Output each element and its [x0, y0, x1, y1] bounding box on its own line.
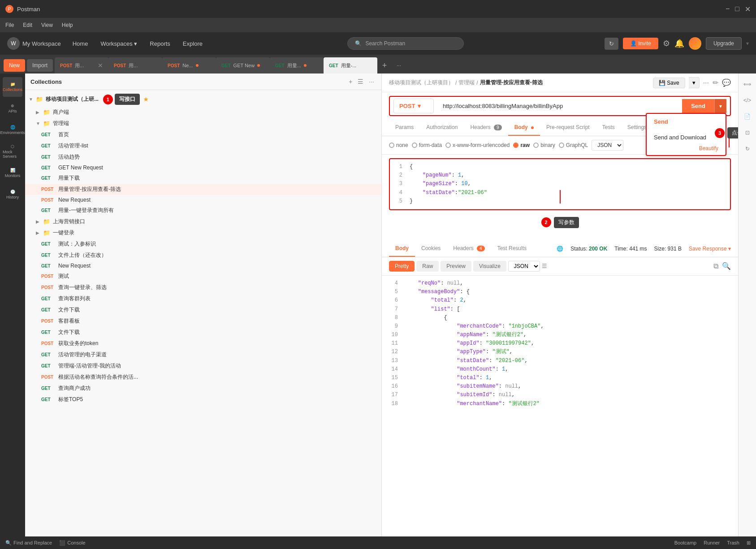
format-raw[interactable]: Raw	[416, 261, 439, 272]
nav-explore[interactable]: Explore	[178, 38, 207, 50]
sidebar-icon-collections[interactable]: 📁 Collections	[3, 77, 22, 97]
search-response-button[interactable]: 🔍	[722, 262, 731, 270]
item-get-new-request[interactable]: GET GET New Request	[25, 163, 381, 173]
tab-post-1[interactable]: POST 用... ✕	[55, 57, 108, 73]
tab-add-button[interactable]: +	[377, 57, 392, 73]
item-get-client-list[interactable]: GET 查询客群列表	[25, 293, 381, 304]
right-icon-refresh[interactable]: ↻	[740, 142, 755, 156]
tab-prerequest[interactable]: Pre-request Script	[540, 120, 596, 136]
send-and-download-option[interactable]: Send and Download	[647, 130, 726, 145]
item-get-file-download[interactable]: GET 文件下载	[25, 304, 381, 316]
item-get-activity-channel[interactable]: GET 活动管理的电子渠道	[25, 349, 381, 360]
close-button[interactable]: ✕	[745, 5, 751, 13]
invite-button[interactable]: 👤 Invite	[623, 38, 658, 49]
send-dropdown-arrow[interactable]: ▾	[714, 99, 726, 113]
menu-file[interactable]: File	[5, 22, 14, 28]
collection-root[interactable]: ▼ 📁 移动项目测试（上研... 1 写接口 ★	[25, 92, 381, 107]
method-select[interactable]: POST ▾	[393, 99, 434, 113]
statusbar-bootcamp[interactable]: Bootcamp	[674, 540, 697, 546]
save-button[interactable]: 💾 Save	[653, 78, 685, 88]
tab-body[interactable]: Body	[508, 120, 540, 136]
option-form-data[interactable]: form-data	[412, 142, 442, 148]
right-icon-expand[interactable]: ⟺	[740, 77, 755, 91]
option-binary[interactable]: binary	[533, 142, 555, 148]
statusbar-grid[interactable]: ⊞	[747, 540, 751, 546]
import-button[interactable]: Import	[27, 59, 53, 72]
item-get-query-merchant[interactable]: GET 查询商户成功	[25, 383, 381, 394]
item-get-manage-activity[interactable]: GET 管理端-活动管理-我的活动	[25, 360, 381, 372]
item-get-usage-download[interactable]: GET 用量下载	[25, 173, 381, 184]
item-get-homepage[interactable]: GET 首页	[25, 129, 381, 140]
tab-close-1[interactable]: ✕	[98, 62, 103, 69]
folder-one-click[interactable]: ▶ 📁 一键登录	[25, 227, 381, 238]
item-post-client-board[interactable]: POST 客群看板	[25, 316, 381, 327]
resp-tab-test-results[interactable]: Test Results	[491, 241, 533, 257]
sidebar-icon-history[interactable]: 🕐 History	[3, 185, 22, 204]
item-get-activity-trend[interactable]: GET 活动趋势	[25, 151, 381, 163]
tab-get-new[interactable]: GET GET New	[216, 57, 270, 73]
user-profile-avatar[interactable]	[689, 37, 701, 50]
tab-headers[interactable]: Headers 9	[464, 120, 508, 136]
nav-reports[interactable]: Reports	[145, 38, 175, 50]
statusbar-trash[interactable]: Trash	[727, 540, 739, 546]
edit-button[interactable]: ✏	[713, 78, 718, 87]
tab-more-button[interactable]: ···	[392, 57, 406, 73]
more-button[interactable]: ···	[367, 77, 376, 86]
resp-tab-cookies[interactable]: Cookies	[415, 241, 447, 257]
right-icon-docs[interactable]: 📄	[740, 109, 755, 124]
right-icon-api[interactable]: ⊡	[740, 125, 755, 140]
add-collection-button[interactable]: +	[347, 77, 354, 86]
search-bar[interactable]: 🔍 Search Postman	[347, 37, 464, 50]
notifications-button[interactable]: 🔔	[674, 39, 684, 48]
item-get-file-download-2[interactable]: GET 文件下载	[25, 327, 381, 338]
comment-button[interactable]: 💬	[722, 78, 731, 87]
tab-authorization[interactable]: Authorization	[420, 120, 464, 136]
url-input[interactable]	[437, 99, 678, 113]
item-post-query-activity[interactable]: POST 根据活动名称查询符合条件的活...	[25, 372, 381, 383]
item-post-query-login[interactable]: POST 查询一键登录、筛选	[25, 282, 381, 293]
item-post-get-token[interactable]: POST 获取业务的token	[25, 338, 381, 349]
sidebar-icon-mock[interactable]: ⬡ Mock Servers	[3, 142, 22, 161]
resp-tab-body[interactable]: Body	[389, 241, 415, 257]
folder-guan-li-duan[interactable]: ▼ 📁 管理端	[25, 118, 381, 129]
nav-home[interactable]: Home	[68, 38, 93, 50]
body-format-select[interactable]: JSON Text XML	[592, 140, 623, 151]
copy-response-button[interactable]: ⧉	[713, 262, 718, 270]
option-raw[interactable]: raw	[513, 142, 530, 148]
tab-get-usage[interactable]: GET 用量...	[270, 57, 324, 73]
tab-params[interactable]: Params	[389, 120, 420, 136]
resp-tab-headers[interactable]: Headers 4	[447, 241, 491, 257]
settings-button[interactable]: ⚙	[663, 39, 670, 48]
filter-button[interactable]: ☰	[356, 77, 365, 86]
option-none[interactable]: none	[389, 142, 408, 148]
new-button[interactable]: New	[4, 59, 25, 72]
option-urlencoded[interactable]: x-www-form-urlencoded	[445, 142, 510, 148]
save-response-button[interactable]: Save Response ▾	[689, 246, 731, 252]
right-icon-code[interactable]: </>	[740, 93, 755, 108]
minimize-button[interactable]: −	[726, 5, 730, 13]
item-get-file-upload[interactable]: GET 文件上传（还在改）	[25, 250, 381, 261]
statusbar-find-replace[interactable]: 🔍 Find and Replace	[5, 540, 52, 546]
save-dropdown-button[interactable]: ▾	[689, 77, 700, 88]
item-get-activity-list[interactable]: GET 活动管理-list	[25, 140, 381, 151]
format-pretty[interactable]: Pretty	[389, 261, 415, 272]
more-options-button[interactable]: ···	[703, 79, 709, 87]
option-graphql[interactable]: GraphQL	[559, 142, 588, 148]
item-post-test[interactable]: POST 测试	[25, 271, 381, 282]
menu-help[interactable]: Help	[62, 22, 73, 28]
format-preview[interactable]: Preview	[441, 261, 471, 272]
tab-post-3[interactable]: POST Ne...	[162, 57, 216, 73]
format-type-select[interactable]: JSON	[508, 261, 540, 272]
nav-workspaces[interactable]: Workspaces ▾	[96, 38, 142, 50]
statusbar-runner[interactable]: Runner	[704, 540, 720, 546]
item-get-usage-login[interactable]: GET 用量-一键登录查询所有	[25, 205, 381, 216]
tab-tests[interactable]: Tests	[596, 120, 621, 136]
item-post-new-request[interactable]: POST New Request	[25, 195, 381, 205]
format-menu-button[interactable]: ☰	[542, 261, 547, 272]
sidebar-icon-monitors[interactable]: 📊 Monitors	[3, 163, 22, 183]
statusbar-console[interactable]: ⬛ Console	[59, 540, 85, 546]
sync-button[interactable]: ↻	[605, 38, 618, 50]
tab-get-active[interactable]: GET 用量-...	[324, 57, 377, 73]
workspace-label[interactable]: My Workspace	[22, 40, 61, 47]
folder-shang-hu-duan[interactable]: ▶ 📁 商户端	[25, 107, 381, 118]
